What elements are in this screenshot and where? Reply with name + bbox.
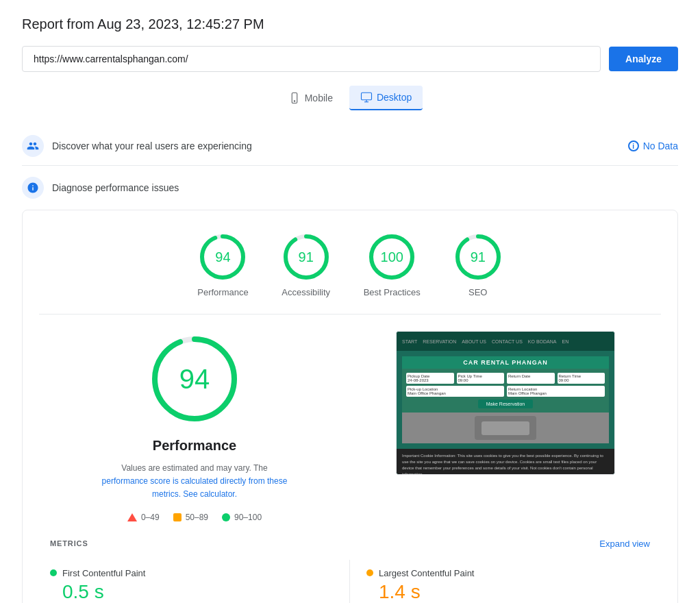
banner-left: Discover what your real users are experi… <box>22 135 252 157</box>
diagnose-section: Diagnose performance issues <box>22 177 678 199</box>
score-number-seo: 91 <box>471 249 486 265</box>
metrics-section: METRICS Expand view First Contentful Pai… <box>39 539 661 603</box>
legend-range-mid: 50–89 <box>186 513 208 522</box>
score-circle-best-practices: 100 <box>367 232 416 282</box>
metrics-header: METRICS Expand view <box>50 539 650 549</box>
scores-divider <box>39 314 661 315</box>
metric-name-fcp: First Contentful Paint <box>62 568 145 578</box>
metrics-title: METRICS <box>50 539 88 547</box>
legend-range-high: 90–100 <box>234 513 262 522</box>
screenshot-header: START RESERVATION ABOUT US CONTACT US KO… <box>397 332 614 351</box>
low-icon <box>127 513 137 521</box>
analyze-button[interactable]: Analyze <box>609 47 678 71</box>
score-label-accessibility: Accessibility <box>282 287 330 297</box>
screenshot-input3: Return Date <box>507 373 555 384</box>
metric-dot-fcp <box>50 569 57 576</box>
metric-value-fcp: 0.5 s <box>50 581 333 603</box>
legend-item-low: 0–49 <box>127 513 160 522</box>
screenshot-nav: START RESERVATION ABOUT US CONTACT US KO… <box>402 339 568 344</box>
high-icon <box>222 513 230 521</box>
metric-label-row-lcp: Largest Contentful Paint <box>366 568 650 578</box>
metric-item-fcp: First Contentful Paint 0.5 s <box>50 560 350 603</box>
score-item-accessibility: 91 Accessibility <box>282 232 331 297</box>
performance-section: 94 Performance Values are estimated and … <box>39 331 661 522</box>
device-tabs: Mobile Desktop <box>22 86 678 110</box>
tab-desktop[interactable]: Desktop <box>349 86 423 110</box>
score-item-performance: 94 Performance <box>197 232 248 297</box>
score-circle-performance: 94 <box>198 232 247 282</box>
screenshot-input5: Pick-up LocationMain Office Phangan <box>406 386 504 397</box>
banner-right: i No Data <box>628 140 678 151</box>
screenshot-submit-btn: Make Reservation <box>478 399 533 408</box>
users-icon <box>22 135 44 157</box>
metric-name-lcp: Largest Contentful Paint <box>379 568 474 578</box>
perf-description: Values are estimated and may vary. The p… <box>99 462 290 502</box>
desktop-icon <box>360 91 373 103</box>
tab-mobile-label: Mobile <box>305 93 333 103</box>
mid-icon <box>173 513 182 521</box>
perf-score-number: 94 <box>179 364 210 395</box>
perf-see-calc[interactable]: See calculator. <box>181 489 237 499</box>
scores-row: 94 Performance 91 Accessibility 10 <box>39 232 661 297</box>
tab-mobile[interactable]: Mobile <box>277 86 344 110</box>
mobile-icon <box>288 92 301 104</box>
screenshot-footer: Important Cookie Information: This site … <box>397 449 614 475</box>
metric-value-lcp: 1.4 s <box>366 581 650 603</box>
score-circle-accessibility: 91 <box>282 232 331 282</box>
diagnose-icon <box>22 177 44 199</box>
perf-circle-large: 94 <box>147 331 242 427</box>
svg-rect-2 <box>361 93 371 100</box>
screenshot-input2: Pick Up Time09:00 <box>457 373 505 384</box>
screenshot-form-row1: Pickup Date24-08-2023 Pick Up Time09:00 … <box>406 373 605 384</box>
metric-label-row-fcp: First Contentful Paint <box>50 568 333 578</box>
score-label-seo: SEO <box>468 287 487 297</box>
metric-dot-lcp <box>366 569 373 576</box>
legend-range-low: 0–49 <box>141 513 160 522</box>
score-item-seo: 91 SEO <box>453 232 503 297</box>
report-title: Report from Aug 23, 2023, 12:45:27 PM <box>22 16 678 32</box>
no-data-label: No Data <box>643 140 678 151</box>
screenshot-preview: START RESERVATION ABOUT US CONTACT US KO… <box>396 331 615 475</box>
perf-right: START RESERVATION ABOUT US CONTACT US KO… <box>361 331 650 475</box>
perf-desc-part1: Values are estimated and may vary. The <box>121 463 267 473</box>
screenshot-title: CAR RENTAL PHANGAN <box>463 359 548 366</box>
url-input[interactable] <box>22 46 601 72</box>
score-label-best-practices: Best Practices <box>364 287 421 297</box>
svg-point-1 <box>294 101 295 102</box>
screenshot-input4: Return Time09:00 <box>558 373 605 384</box>
legend-item-mid: 50–89 <box>173 513 208 522</box>
score-label-performance: Performance <box>197 287 248 297</box>
legend: 0–49 50–89 90–100 <box>127 513 262 522</box>
screenshot-input1: Pickup Date24-08-2023 <box>406 373 454 384</box>
score-circle-seo: 91 <box>453 232 503 282</box>
screenshot-body: CAR RENTAL PHANGAN Pickup Date24-08-2023… <box>397 351 614 449</box>
url-bar: Analyze <box>22 46 678 72</box>
screenshot-form-row2: Pick-up LocationMain Office Phangan Retu… <box>406 386 605 397</box>
score-number-accessibility: 91 <box>299 249 314 265</box>
score-number-performance: 94 <box>215 249 230 265</box>
real-users-banner: Discover what your real users are experi… <box>22 127 678 166</box>
screenshot-input6: Return LocationMain Office Phangan <box>507 386 605 397</box>
legend-item-high: 90–100 <box>222 513 262 522</box>
metric-item-lcp: Largest Contentful Paint 1.4 s <box>350 560 650 603</box>
perf-label: Performance <box>153 438 236 454</box>
diagnose-text: Diagnose performance issues <box>52 182 179 193</box>
scores-card: 94 Performance 91 Accessibility 10 <box>22 210 678 603</box>
perf-left: 94 Performance Values are estimated and … <box>50 331 339 522</box>
info-icon: i <box>628 140 639 151</box>
expand-view-button[interactable]: Expand view <box>599 539 650 549</box>
real-users-text: Discover what your real users are experi… <box>52 140 252 151</box>
tab-desktop-label: Desktop <box>377 92 412 103</box>
score-number-best-practices: 100 <box>381 249 403 265</box>
metrics-grid: First Contentful Paint 0.5 s Largest Con… <box>50 560 650 603</box>
score-item-best-practices: 100 Best Practices <box>364 232 421 297</box>
